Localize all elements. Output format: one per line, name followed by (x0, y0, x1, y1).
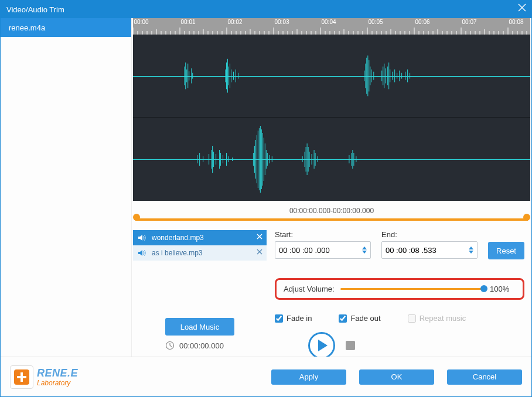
music-name: as i believe.mp3 (152, 249, 203, 257)
ruler-tick-label: 00:07 (462, 19, 476, 25)
close-button[interactable] (517, 3, 527, 14)
fade-in-checkbox[interactable]: Fade in (275, 314, 312, 323)
chevron-up-icon[interactable] (469, 247, 473, 249)
trim-track[interactable] (135, 218, 528, 221)
speaker-icon (138, 234, 146, 242)
start-time-input[interactable]: 00 :00 :00 .000 (275, 241, 371, 259)
remove-music-button[interactable] (256, 233, 263, 242)
ruler-tick-label: 00:06 (415, 19, 429, 25)
adjust-volume-label: Adjust Volume: (284, 285, 335, 293)
ruler-tick-label: 00:02 (227, 19, 242, 25)
waveform-channel-right (133, 118, 530, 201)
chevron-down-icon[interactable] (469, 251, 473, 254)
reset-button[interactable]: Reset (488, 242, 524, 259)
music-item[interactable]: wonderland.mp3 (133, 230, 267, 245)
clock-icon (165, 341, 175, 350)
close-icon (517, 3, 527, 12)
load-music-button[interactable]: Load Music (165, 318, 234, 336)
end-label: End: (381, 230, 478, 239)
cancel-button[interactable]: Cancel (447, 369, 522, 385)
fade-out-label: Fade out (350, 314, 380, 323)
fade-in-label: Fade in (287, 314, 312, 323)
stop-button[interactable] (346, 341, 355, 350)
ruler-ticks (133, 28, 531, 35)
trim-end-handle[interactable] (523, 214, 530, 221)
waveform-channel-left (133, 35, 530, 118)
volume-thumb[interactable] (480, 285, 487, 292)
speaker-icon (138, 249, 146, 257)
repeat-music-checkbox[interactable]: Repeat music (408, 314, 466, 323)
adjust-volume-box: Adjust Volume: 100% (275, 278, 524, 300)
svg-line-176 (170, 345, 172, 347)
end-spinner[interactable] (469, 247, 473, 254)
ruler-tick-label: 00:08 (509, 19, 523, 25)
play-button[interactable] (308, 332, 335, 359)
brand-name: RENE.E (37, 368, 78, 378)
play-icon (318, 340, 328, 351)
ruler-tick-label: 00:04 (321, 19, 336, 25)
repeat-music-label: Repeat music (420, 314, 466, 323)
ruler-tick-label: 00:05 (368, 19, 383, 25)
trim-start-handle[interactable] (133, 214, 140, 221)
chevron-up-icon[interactable] (362, 247, 367, 249)
close-icon (256, 248, 263, 255)
start-time-value: 00 :00 :00 .000 (279, 246, 330, 255)
ruler-tick-label: 00:01 (180, 19, 195, 25)
fade-in-input[interactable] (275, 314, 283, 323)
close-icon (256, 233, 263, 240)
trim-range-label: 00:00:00.000-00:00:00.000 (133, 207, 530, 215)
brand-sub: Laboratory (37, 379, 78, 386)
timeline-ruler[interactable]: 00:0000:0100:0200:0300:0400:0500:0600:07… (133, 18, 530, 35)
volume-slider[interactable] (340, 288, 484, 290)
start-spinner[interactable] (362, 247, 367, 254)
fade-out-input[interactable] (339, 314, 347, 323)
repeat-music-input[interactable] (408, 314, 416, 323)
chevron-down-icon[interactable] (362, 251, 367, 254)
ruler-tick-label: 00:00 (134, 19, 148, 25)
volume-value: 100% (490, 285, 516, 293)
window-title: Video/Audio Trim (6, 5, 64, 14)
music-item[interactable]: as i believe.mp3 (133, 245, 267, 261)
ok-button[interactable]: OK (359, 369, 434, 385)
main-panel: 00:0000:0100:0200:0300:0400:0500:0600:07… (132, 18, 531, 357)
title-bar: Video/Audio Trim (1, 1, 531, 18)
apply-button[interactable]: Apply (271, 369, 346, 385)
bottom-bar: RENE.E Laboratory Apply OK Cancel (1, 357, 531, 396)
end-time-input[interactable]: 00 :00 :08 .533 (381, 241, 478, 259)
logo-badge-icon (10, 365, 33, 389)
file-item[interactable]: renee.m4a (1, 18, 131, 37)
end-time-value: 00 :00 :08 .533 (386, 246, 436, 255)
remove-music-button[interactable] (256, 248, 263, 257)
fade-out-checkbox[interactable]: Fade out (339, 314, 380, 323)
file-name: renee.m4a (9, 23, 45, 32)
music-name: wonderland.mp3 (152, 234, 204, 242)
file-sidebar: renee.m4a (1, 18, 132, 357)
playback-controls: 00:00:00.000 (131, 334, 532, 357)
playback-time: 00:00:00.000 (179, 341, 224, 350)
ruler-tick-label: 00:03 (274, 19, 289, 25)
brand-logo: RENE.E Laboratory (10, 365, 78, 389)
waveform-display[interactable] (133, 35, 530, 201)
start-label: Start: (275, 230, 371, 239)
